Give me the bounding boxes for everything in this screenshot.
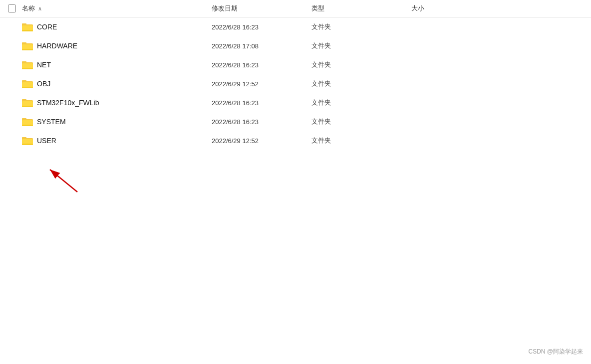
watermark: CSDN @阿染学起来 bbox=[528, 348, 583, 356]
table-row[interactable]: SYSTEM 2022/6/28 16:23 文件夹 bbox=[0, 112, 591, 131]
table-row[interactable]: HARDWARE 2022/6/28 17:08 文件夹 bbox=[0, 36, 591, 55]
file-date: 2022/6/28 16:23 bbox=[212, 99, 311, 107]
svg-rect-11 bbox=[22, 68, 33, 69]
table-row[interactable]: OBJ 2022/6/29 12:52 文件夹 bbox=[0, 74, 591, 93]
file-name: HARDWARE bbox=[37, 42, 77, 50]
file-name-cell: HARDWARE bbox=[22, 41, 212, 50]
sort-arrow-icon: ∧ bbox=[38, 5, 42, 12]
select-all-checkbox[interactable] bbox=[8, 4, 16, 12]
file-type: 文件夹 bbox=[311, 136, 411, 145]
file-list: CORE 2022/6/28 16:23 文件夹 bbox=[0, 17, 591, 150]
folder-icon bbox=[22, 98, 33, 107]
col-header-name[interactable]: 名称 ∧ bbox=[22, 4, 212, 13]
col-header-size[interactable]: 大小 bbox=[411, 4, 591, 13]
svg-rect-25 bbox=[22, 137, 26, 139]
folder-icon bbox=[22, 60, 33, 69]
file-name-cell: OBJ bbox=[22, 79, 212, 88]
file-name: STM32F10x_FWLib bbox=[37, 99, 99, 107]
file-date: 2022/6/28 17:08 bbox=[212, 42, 311, 50]
file-type: 文件夹 bbox=[311, 22, 411, 31]
svg-rect-13 bbox=[22, 80, 26, 82]
file-explorer: 名称 ∧ 修改日期 类型 大小 bbox=[0, 0, 591, 364]
folder-icon bbox=[22, 22, 33, 31]
file-type: 文件夹 bbox=[311, 98, 411, 107]
svg-rect-1 bbox=[22, 23, 26, 25]
file-name-cell: CORE bbox=[22, 22, 212, 31]
file-date: 2022/6/29 12:52 bbox=[212, 137, 311, 145]
folder-icon bbox=[22, 79, 33, 88]
file-type: 文件夹 bbox=[311, 60, 411, 69]
svg-rect-5 bbox=[22, 42, 26, 44]
svg-rect-19 bbox=[22, 106, 33, 107]
file-date: 2022/6/29 12:52 bbox=[212, 80, 311, 88]
table-row[interactable]: NET 2022/6/28 16:23 文件夹 bbox=[0, 55, 591, 74]
svg-rect-17 bbox=[22, 99, 26, 101]
table-row[interactable]: USER 2022/6/29 12:52 文件夹 bbox=[0, 131, 591, 150]
file-type: 文件夹 bbox=[311, 79, 411, 88]
col-name-label: 名称 bbox=[22, 4, 35, 13]
file-name: NET bbox=[37, 61, 51, 69]
table-row[interactable]: STM32F10x_FWLib 2022/6/28 16:23 文件夹 bbox=[0, 93, 591, 112]
svg-rect-9 bbox=[22, 61, 26, 63]
file-date: 2022/6/28 16:23 bbox=[212, 118, 311, 126]
folder-icon bbox=[22, 136, 33, 145]
svg-rect-23 bbox=[22, 125, 33, 126]
svg-rect-3 bbox=[22, 30, 33, 31]
file-name-cell: SYSTEM bbox=[22, 117, 212, 126]
file-date: 2022/6/28 16:23 bbox=[212, 23, 311, 31]
file-name-cell: STM32F10x_FWLib bbox=[22, 98, 212, 107]
table-row[interactable]: CORE 2022/6/28 16:23 文件夹 bbox=[0, 17, 591, 36]
file-type: 文件夹 bbox=[311, 41, 411, 50]
file-name: OBJ bbox=[37, 80, 50, 88]
svg-rect-27 bbox=[22, 144, 33, 145]
folder-icon bbox=[22, 41, 33, 50]
svg-rect-15 bbox=[22, 87, 33, 88]
svg-rect-21 bbox=[22, 118, 26, 120]
file-type: 文件夹 bbox=[311, 117, 411, 126]
folder-icon bbox=[22, 117, 33, 126]
svg-rect-7 bbox=[22, 49, 33, 50]
col-header-type[interactable]: 类型 bbox=[311, 4, 411, 13]
file-date: 2022/6/28 16:23 bbox=[212, 61, 311, 69]
table-header: 名称 ∧ 修改日期 类型 大小 bbox=[0, 0, 591, 17]
col-header-date[interactable]: 修改日期 bbox=[212, 4, 311, 13]
file-name: SYSTEM bbox=[37, 118, 66, 126]
file-name: CORE bbox=[37, 23, 57, 31]
file-name-cell: NET bbox=[22, 60, 212, 69]
file-name: USER bbox=[37, 137, 56, 145]
file-name-cell: USER bbox=[22, 136, 212, 145]
